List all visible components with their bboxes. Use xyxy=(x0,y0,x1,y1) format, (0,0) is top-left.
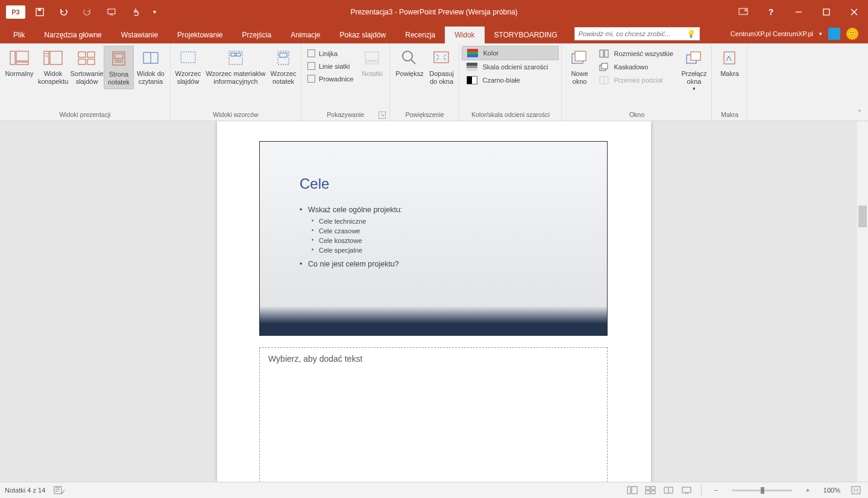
zoom-out-button[interactable]: − xyxy=(709,484,723,496)
outline-view-icon xyxy=(43,48,63,68)
cascade-button[interactable]: Kaskadowo xyxy=(594,60,679,74)
minimize-button[interactable] xyxy=(785,0,813,24)
slide-master-icon xyxy=(178,48,198,68)
tab-file[interactable]: Plik xyxy=(4,27,34,43)
guides-checkbox[interactable]: Prowadnice xyxy=(304,72,357,85)
help-button[interactable]: ? xyxy=(757,0,785,24)
workspace: Cele Wskaż cele ogólne projektu: Cele te… xyxy=(0,121,868,482)
arrange-all-icon xyxy=(599,49,609,58)
tab-slideshow[interactable]: Pokaz slajdów xyxy=(330,27,396,43)
normal-view-button[interactable]: Normalny xyxy=(2,46,36,80)
status-bar: Notatki 4 z 14 − + 100% xyxy=(0,482,868,498)
reading-view-icon xyxy=(141,48,160,68)
collapse-ribbon-button[interactable]: ˄ xyxy=(855,109,864,118)
user-avatar-icon[interactable] xyxy=(828,28,840,40)
svg-rect-18 xyxy=(87,59,95,65)
svg-rect-43 xyxy=(691,52,700,60)
bw-mode-button[interactable]: Czarno-białe xyxy=(462,74,559,87)
notes-master-icon xyxy=(274,48,293,68)
group-label: Widoki wzorców xyxy=(173,110,298,121)
vertical-scrollbar[interactable] xyxy=(857,121,868,482)
move-split-icon xyxy=(599,76,609,84)
window-controls: ? xyxy=(729,0,868,24)
svg-rect-9 xyxy=(16,51,28,61)
notes-master-button[interactable]: Wzorzec notatek xyxy=(268,46,298,88)
svg-rect-30 xyxy=(365,61,379,64)
svg-line-32 xyxy=(411,60,415,64)
dialog-launcher-icon[interactable]: ↘ xyxy=(379,112,386,119)
outline-view-button[interactable]: Widok konspektu xyxy=(36,46,70,88)
start-slideshow-button[interactable] xyxy=(100,0,124,24)
move-split-button: Przenieś podział xyxy=(594,74,679,87)
svg-rect-26 xyxy=(236,53,241,56)
fit-to-window-icon xyxy=(432,48,451,68)
group-show: Linijka Linie siatki Prowadnice Notatki … xyxy=(301,43,390,121)
fit-to-window-button[interactable]: Dopasuj do okna xyxy=(426,46,456,88)
zoom-slider[interactable] xyxy=(732,490,792,491)
zoom-percent[interactable]: 100% xyxy=(823,487,840,494)
zoom-button[interactable]: Powiększ xyxy=(392,46,426,80)
slide-thumbnail[interactable]: Cele Wskaż cele ogólne projektu: Cele te… xyxy=(259,141,608,336)
tab-storyboarding[interactable]: STORYBOARDING xyxy=(485,27,567,43)
handout-master-button[interactable]: Wzorzec materiałów informacyjnych xyxy=(203,46,268,88)
save-button[interactable] xyxy=(28,0,52,24)
reading-view-status-button[interactable] xyxy=(661,484,676,496)
svg-rect-10 xyxy=(16,62,28,65)
svg-rect-48 xyxy=(646,487,650,490)
redo-button[interactable] xyxy=(76,0,100,24)
ribbon-display-button[interactable] xyxy=(729,0,757,24)
normal-view-icon xyxy=(10,48,29,68)
tab-insert[interactable]: Wstawianie xyxy=(112,27,168,43)
svg-rect-29 xyxy=(365,52,379,60)
notes-pane-button[interactable]: Notatki xyxy=(357,46,387,80)
user-name[interactable]: CentrumXP.pl CentrumXP.pl xyxy=(731,30,813,37)
ruler-checkbox[interactable]: Linijka xyxy=(304,47,357,60)
tab-transitions[interactable]: Przejścia xyxy=(232,27,281,43)
color-mode-button[interactable]: Kolor xyxy=(462,46,559,60)
grayscale-mode-button[interactable]: Skala odcieni szarości xyxy=(462,60,559,74)
undo-button[interactable] xyxy=(52,0,76,24)
fit-to-window-status-button[interactable] xyxy=(849,484,863,496)
spellcheck-icon[interactable] xyxy=(54,486,64,494)
zoom-slider-thumb[interactable] xyxy=(761,487,764,494)
slideshow-status-button[interactable] xyxy=(679,484,694,496)
maximize-button[interactable] xyxy=(813,0,840,24)
notes-textbox[interactable]: Wybierz, aby dodać tekst xyxy=(259,347,608,482)
window-title: Prezentacja3 - PowerPoint Preview (Wersj… xyxy=(350,8,517,16)
scrollbar-thumb[interactable] xyxy=(858,206,867,227)
zoom-in-button[interactable]: + xyxy=(800,484,815,496)
switch-windows-icon xyxy=(684,48,703,68)
new-window-button[interactable]: Nowe okno xyxy=(564,46,594,88)
touch-mode-button[interactable] xyxy=(124,0,148,24)
svg-rect-14 xyxy=(50,51,62,65)
new-window-icon xyxy=(570,48,589,68)
macros-button[interactable]: Makra xyxy=(714,46,744,80)
switch-windows-button[interactable]: Przełącz okna ▾ xyxy=(679,46,709,94)
tab-animations[interactable]: Animacje xyxy=(281,27,330,43)
tab-design[interactable]: Projektowanie xyxy=(168,27,232,43)
gridlines-checkbox[interactable]: Linie siatki xyxy=(304,60,357,72)
close-button[interactable] xyxy=(840,0,868,24)
svg-rect-25 xyxy=(231,53,235,56)
tab-review[interactable]: Recenzja xyxy=(395,27,445,43)
reading-view-button[interactable]: Widok do czytania xyxy=(134,46,168,88)
svg-rect-51 xyxy=(651,491,655,494)
feedback-smiley-icon[interactable]: 🙂 xyxy=(846,28,858,40)
normal-view-status-button[interactable] xyxy=(625,484,640,496)
sorter-view-status-button[interactable] xyxy=(643,484,658,496)
tab-home[interactable]: Narzędzia główne xyxy=(34,27,111,43)
tell-me-input[interactable] xyxy=(579,30,687,37)
bullet: Co nie jest celem projektu? xyxy=(300,260,567,268)
group-window: Nowe okno Rozmieść wszystkie Kaskadowo P… xyxy=(562,43,712,121)
ribbon: Normalny Widok konspektu Sortowanie slaj… xyxy=(0,43,868,121)
slide-sorter-button[interactable]: Sortowanie slajdów xyxy=(70,46,104,88)
slide-master-button[interactable]: Wzorzec slajdów xyxy=(173,46,203,88)
qat-customize-button[interactable]: ▾ xyxy=(148,0,160,24)
svg-point-31 xyxy=(403,51,412,61)
quick-access-toolbar: P3 ▾ xyxy=(0,0,160,24)
tab-view[interactable]: Widok xyxy=(445,27,484,43)
notes-page-button[interactable]: Strona notatek xyxy=(104,46,134,89)
arrange-all-button[interactable]: Rozmieść wszystkie xyxy=(594,47,679,60)
tell-me-search[interactable]: 💡 xyxy=(574,27,700,40)
svg-rect-37 xyxy=(605,50,608,57)
